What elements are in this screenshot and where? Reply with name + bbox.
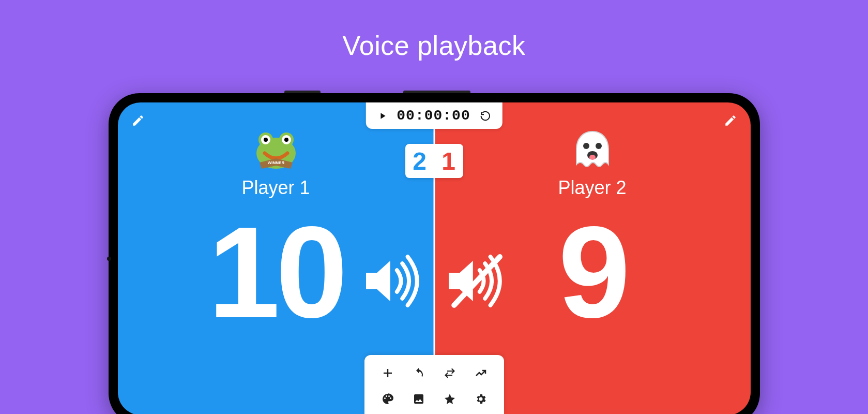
undo-icon[interactable] bbox=[407, 362, 431, 384]
player-name-right: Player 2 bbox=[558, 177, 626, 199]
page-title: Voice playback bbox=[0, 0, 868, 61]
image-icon[interactable] bbox=[407, 388, 431, 410]
pencil-icon[interactable] bbox=[131, 114, 145, 127]
gear-icon[interactable] bbox=[469, 388, 493, 410]
pencil-icon[interactable] bbox=[724, 114, 737, 127]
volume-on-icon[interactable] bbox=[359, 247, 427, 315]
set-score-box[interactable]: 2 1 bbox=[405, 144, 463, 178]
timer-value: 00:00:00 bbox=[397, 108, 470, 124]
svg-text:WINNER: WINNER bbox=[267, 160, 284, 165]
phone-button bbox=[284, 91, 321, 93]
phone-frame: WINNER Player 1 10 Player 2 9 bbox=[109, 93, 760, 414]
reset-icon[interactable] bbox=[480, 110, 491, 122]
svg-point-8 bbox=[583, 143, 589, 149]
set-score-right: 1 bbox=[434, 144, 463, 178]
swap-icon[interactable] bbox=[438, 362, 462, 384]
player-name-left: Player 1 bbox=[241, 177, 310, 199]
volume-off-icon[interactable] bbox=[442, 247, 509, 315]
svg-point-6 bbox=[284, 138, 288, 142]
trend-icon[interactable] bbox=[469, 362, 493, 384]
player-score-left: 10 bbox=[208, 208, 343, 337]
player-score-right: 9 bbox=[558, 208, 626, 337]
palette-icon[interactable] bbox=[376, 388, 400, 410]
timer-bar: 00:00:00 bbox=[366, 102, 502, 129]
set-score-left: 2 bbox=[405, 144, 434, 178]
star-icon[interactable] bbox=[438, 388, 462, 410]
play-icon[interactable] bbox=[377, 111, 387, 121]
plus-icon[interactable] bbox=[376, 362, 400, 384]
frog-avatar-icon: WINNER bbox=[250, 127, 302, 174]
ghost-avatar-icon bbox=[567, 127, 618, 174]
svg-point-5 bbox=[264, 138, 268, 142]
app-screen: WINNER Player 1 10 Player 2 9 bbox=[118, 102, 751, 414]
svg-point-11 bbox=[589, 155, 596, 160]
bottom-toolbar bbox=[364, 355, 504, 414]
phone-button bbox=[403, 91, 470, 93]
svg-point-9 bbox=[596, 143, 602, 149]
